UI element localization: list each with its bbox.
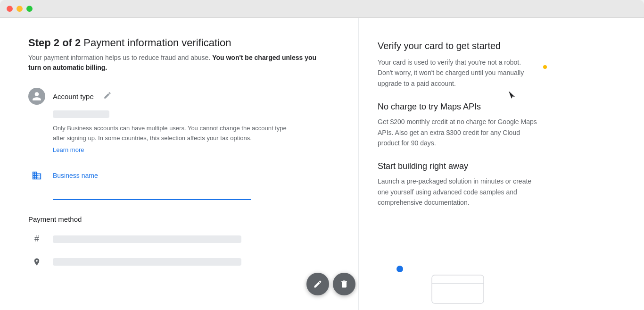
fab-container (306, 273, 355, 295)
account-type-value (53, 110, 330, 118)
cursor (509, 91, 516, 102)
main-window: Step 2 of 2 Payment information verifica… (0, 18, 644, 310)
business-name-header: Business name (28, 167, 330, 184)
verify-card-body: Your card is used to verify that you're … (378, 57, 537, 89)
maximize-dot[interactable] (26, 6, 33, 12)
edit-account-type-icon[interactable] (103, 91, 112, 102)
left-panel: Step 2 of 2 Payment information verifica… (0, 18, 358, 310)
start-building-title: Start building right away (378, 161, 537, 171)
header-description: Your payment information helps us to red… (28, 53, 330, 73)
payment-card-row: # (28, 231, 330, 248)
business-name-label: Business name (53, 172, 98, 179)
window-chrome (0, 0, 644, 18)
no-charge-title: No charge to try Maps APIs (378, 102, 537, 112)
step-header: Step 2 of 2 Payment information verifica… (28, 37, 330, 73)
business-icon (28, 167, 45, 184)
description-normal: Your payment information helps us to red… (28, 54, 210, 61)
step-label: Step 2 of 2 (28, 37, 83, 49)
payment-address-row (28, 253, 330, 270)
step-subtitle: Payment information verification (83, 37, 231, 49)
minimize-dot[interactable] (17, 6, 23, 12)
payment-method-section: Payment method # (28, 215, 330, 270)
right-panel: Verify your card to get started Your car… (358, 18, 556, 310)
deco-dot-yellow (543, 65, 547, 69)
card-number-placeholder (53, 235, 241, 243)
business-input-wrapper (53, 188, 330, 200)
account-icon (28, 88, 45, 105)
payment-method-title: Payment method (28, 215, 330, 223)
card-illustration (427, 270, 488, 310)
account-type-label: Account type (53, 92, 94, 101)
deco-dot-blue (396, 266, 403, 272)
location-icon (28, 253, 45, 270)
close-dot[interactable] (7, 6, 13, 12)
verify-card-title: Verify your card to get started (378, 41, 537, 51)
edit-fab-button[interactable] (306, 273, 329, 295)
account-type-placeholder (53, 110, 109, 118)
account-type-section: Account type Only Business accounts can … (28, 88, 330, 154)
no-charge-body: Get $200 monthly credit at no charge for… (378, 117, 537, 148)
start-building-body: Launch a pre-packaged solution in minute… (378, 176, 537, 208)
business-name-section: Business name (28, 167, 330, 200)
card-number-icon: # (28, 231, 45, 248)
account-type-info: Only Business accounts can have multiple… (53, 124, 289, 143)
svg-rect-0 (432, 275, 484, 303)
address-placeholder (53, 258, 241, 266)
page-title: Step 2 of 2 Payment information verifica… (28, 37, 330, 49)
learn-more-link[interactable]: Learn more (53, 146, 84, 153)
right-content: Verify your card to get started Your car… (378, 41, 537, 208)
account-type-header: Account type (28, 88, 330, 105)
business-name-input[interactable] (53, 188, 251, 200)
delete-fab-button[interactable] (333, 273, 355, 295)
